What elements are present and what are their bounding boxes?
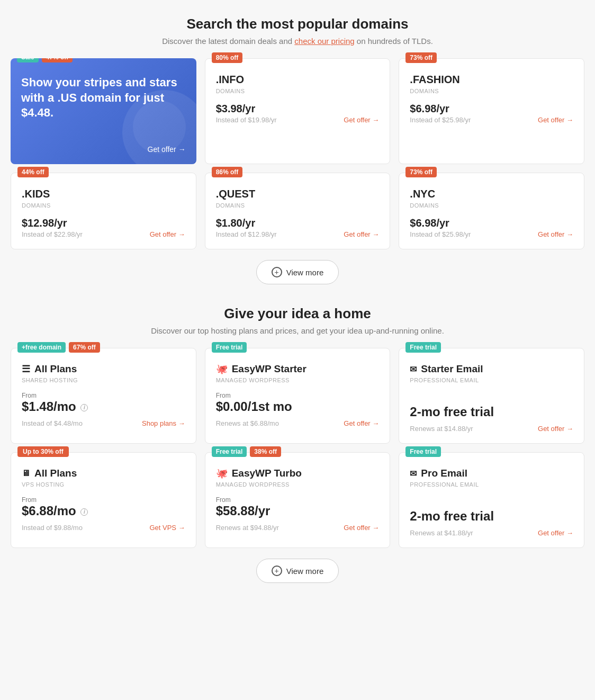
- kids-name: .KIDS: [22, 188, 185, 200]
- vps-badge-row: Up to 30% off: [17, 446, 69, 457]
- quest-footer: $1.80/yr Instead of $12.98/yr Get offer …: [216, 217, 380, 238]
- starter-email-label: PROFESSIONAL EMAIL: [410, 377, 573, 383]
- hosting-card-vps: Up to 30% off 🖥 All Plans VPS HOSTING Fr…: [11, 452, 196, 548]
- nyc-name: .NYC: [410, 188, 573, 200]
- vps-cta[interactable]: Get VPS →: [149, 524, 185, 532]
- quest-badge-row: 86% off: [212, 167, 243, 177]
- hosting-card-shared: +free domain 67% off ☰ All Plans SHARED …: [11, 348, 196, 444]
- starter-email-cta[interactable]: Get offer →: [538, 425, 573, 433]
- hosting-view-more-button[interactable]: + View more: [256, 559, 339, 583]
- starter-email-spacer: [410, 392, 573, 405]
- hero-badge-row: Sale 47% off: [17, 58, 73, 62]
- easywp-starter-cta[interactable]: Get offer →: [344, 419, 379, 427]
- easywp-starter-price: $0.00/1st mo: [216, 399, 380, 414]
- info-badge-row: 80% off: [212, 52, 243, 63]
- nyc-price: $6.98/yr: [410, 217, 471, 229]
- fashion-label: DOMAINS: [410, 88, 573, 94]
- hosting-view-more-label: View more: [286, 567, 324, 576]
- quest-price-block: $1.80/yr Instead of $12.98/yr: [216, 217, 277, 238]
- easywp-turbo-cta[interactable]: Get offer →: [344, 524, 379, 532]
- pro-email-name: ✉ Pro Email: [410, 468, 573, 479]
- hosting-plus-icon: +: [272, 566, 282, 576]
- pro-email-badge-row: Free trial: [405, 446, 441, 457]
- info-name: .INFO: [216, 74, 380, 86]
- starter-email-original: Renews at $14.88/yr: [410, 425, 473, 433]
- hosting-title: Give your idea a home: [11, 306, 584, 322]
- info-original: Instead of $19.98/yr: [216, 116, 277, 124]
- kids-badge: 44% off: [17, 167, 49, 177]
- hosting-card-pro-email: Free trial ✉ Pro Email PROFESSIONAL EMAI…: [399, 452, 584, 548]
- easywp-turbo-from: From: [216, 496, 380, 504]
- domain-card-nyc: 73% off .NYC DOMAINS $6.98/yr Instead of…: [399, 173, 584, 249]
- hero-card: Sale 47% off Show your stripes and stars…: [11, 58, 196, 164]
- nyc-cta[interactable]: Get offer →: [538, 230, 573, 238]
- pro-email-cta[interactable]: Get offer →: [538, 529, 573, 537]
- nyc-original: Instead of $25.98/yr: [410, 230, 471, 238]
- easywp-starter-icon: 🐙: [216, 363, 228, 375]
- starter-email-icon: ✉: [410, 364, 417, 374]
- domain-card-quest: 86% off .QUEST DOMAINS $1.80/yr Instead …: [205, 173, 391, 249]
- easywp-starter-original: Renews at $6.88/mo: [216, 419, 279, 427]
- info-footer: $3.98/yr Instead of $19.98/yr Get offer …: [216, 103, 380, 124]
- hosting-card-easywp-turbo: Free trial 38% off 🐙 EasyWP Turbo MANAGE…: [205, 452, 391, 548]
- starter-email-price: 2-mo free trial: [410, 405, 573, 419]
- fashion-original: Instead of $25.98/yr: [410, 116, 471, 124]
- starter-email-name: ✉ Starter Email: [410, 363, 573, 375]
- domain-card-info: 80% off .INFO DOMAINS $3.98/yr Instead o…: [205, 58, 391, 164]
- domains-title: Search the most popular domains: [11, 16, 584, 32]
- kids-cta[interactable]: Get offer →: [150, 230, 185, 238]
- easywp-turbo-price: $58.88/yr: [216, 504, 380, 518]
- info-label: DOMAINS: [216, 88, 380, 94]
- vps-badge1: Up to 30% off: [17, 446, 69, 457]
- domains-subtitle: Discover the latest domain deals and che…: [11, 37, 584, 46]
- easywp-starter-badge1: Free trial: [212, 342, 247, 353]
- pro-email-spacer: [410, 496, 573, 509]
- info-badge: 80% off: [212, 52, 243, 63]
- shared-price: $1.48/mo i: [22, 399, 185, 414]
- easywp-starter-badge-row: Free trial: [212, 342, 247, 353]
- plus-icon: +: [272, 267, 282, 277]
- kids-price: $12.98/yr: [22, 217, 83, 229]
- fashion-name: .FASHION: [410, 74, 573, 86]
- fashion-price: $6.98/yr: [410, 103, 471, 115]
- quest-name: .QUEST: [216, 188, 380, 200]
- quest-cta[interactable]: Get offer →: [344, 230, 379, 238]
- hero-badge-discount: 47% off: [42, 58, 73, 62]
- easywp-turbo-badge2: 38% off: [250, 446, 281, 457]
- vps-name: 🖥 All Plans: [22, 468, 185, 479]
- domains-view-more-label: View more: [286, 268, 324, 277]
- shared-from: From: [22, 392, 185, 399]
- hero-title: Show your stripes and stars with a .US d…: [21, 75, 186, 121]
- quest-price: $1.80/yr: [216, 217, 277, 229]
- hosting-subtitle: Discover our top hosting plans and price…: [11, 326, 584, 335]
- info-cta[interactable]: Get offer →: [344, 116, 379, 124]
- shared-badge-row: +free domain 67% off: [17, 342, 100, 353]
- quest-label: DOMAINS: [216, 202, 380, 209]
- kids-badge-row: 44% off: [17, 167, 49, 177]
- domains-view-more-button[interactable]: + View more: [256, 260, 339, 284]
- vps-footer: Instead of $9.88/mo Get VPS →: [22, 523, 185, 532]
- pro-email-price: 2-mo free trial: [410, 509, 573, 524]
- pricing-link[interactable]: check our pricing: [294, 37, 354, 46]
- hero-cta[interactable]: Get offer →: [21, 145, 186, 154]
- easywp-turbo-badge1: Free trial: [212, 446, 247, 457]
- nyc-footer: $6.98/yr Instead of $25.98/yr Get offer …: [410, 217, 573, 238]
- pro-email-icon: ✉: [410, 469, 417, 479]
- shared-name: ☰ All Plans: [22, 363, 185, 375]
- fashion-cta[interactable]: Get offer →: [538, 116, 573, 124]
- vps-icon: 🖥: [22, 469, 30, 478]
- quest-badge: 86% off: [212, 167, 243, 177]
- fashion-badge: 73% off: [405, 52, 437, 63]
- easywp-turbo-icon: 🐙: [216, 468, 228, 479]
- easywp-starter-name: 🐙 EasyWP Starter: [216, 363, 380, 375]
- shared-icon: ☰: [22, 363, 30, 375]
- kids-footer: $12.98/yr Instead of $22.98/yr Get offer…: [22, 217, 185, 238]
- vps-from: From: [22, 496, 185, 504]
- nyc-price-block: $6.98/yr Instead of $25.98/yr: [410, 217, 471, 238]
- shared-cta[interactable]: Shop plans →: [142, 419, 185, 427]
- starter-email-badge-row: Free trial: [405, 342, 441, 353]
- vps-price: $6.88/mo i: [22, 504, 185, 518]
- shared-badge1: +free domain: [17, 342, 66, 353]
- shared-footer: Instead of $4.48/mo Shop plans →: [22, 418, 185, 427]
- fashion-badge-row: 73% off: [405, 52, 437, 63]
